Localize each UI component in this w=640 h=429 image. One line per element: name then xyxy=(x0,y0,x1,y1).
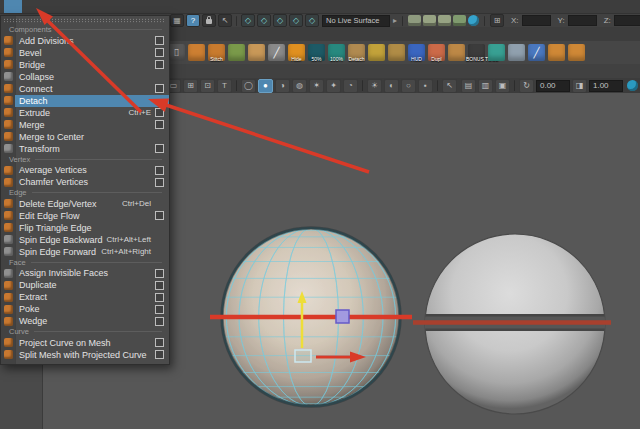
detach-shelf-icon[interactable]: Detach xyxy=(348,44,365,61)
saved-layout-icon[interactable]: ⊡ xyxy=(200,79,215,93)
snap-view-plane-icon[interactable]: ◇ xyxy=(289,14,303,27)
option-box[interactable] xyxy=(155,305,164,314)
option-box[interactable] xyxy=(155,84,164,93)
checker-icon[interactable] xyxy=(488,44,505,61)
cut-uv-icon[interactable]: ╱ xyxy=(268,44,285,61)
x-coord-field[interactable] xyxy=(522,15,551,26)
menu-item[interactable]: Detach xyxy=(1,95,169,107)
opacity-50-icon[interactable]: 50% xyxy=(308,44,325,61)
option-box[interactable] xyxy=(155,269,164,278)
menu-item[interactable]: Delete Edge/Vertex Ctrl+Del xyxy=(1,198,169,210)
scatter-planes-icon[interactable] xyxy=(508,44,525,61)
option-box[interactable] xyxy=(155,338,164,347)
snap-grid-icon[interactable]: ◇ xyxy=(241,14,255,27)
layout-uv-icon[interactable] xyxy=(248,44,265,61)
grease-pencil-icon[interactable]: ▤ xyxy=(461,79,476,93)
uv-border-icon[interactable]: ⌷ xyxy=(168,44,185,61)
menu-item[interactable]: Edge xyxy=(1,188,169,198)
color-management-icon[interactable] xyxy=(627,80,638,91)
option-box[interactable] xyxy=(155,178,164,187)
highlight-selection-icon[interactable]: ▦ xyxy=(170,14,184,27)
export-pages-icon[interactable] xyxy=(548,44,565,61)
menubar-item[interactable] xyxy=(166,0,184,13)
menubar-item[interactable] xyxy=(22,0,40,13)
shaded-mode-icon[interactable]: ● xyxy=(258,79,273,93)
menu-item[interactable]: Merge to Center xyxy=(1,131,169,143)
exposure-icon[interactable]: ↻ xyxy=(519,79,534,93)
render-settings-icon[interactable] xyxy=(453,15,466,26)
menu-item[interactable]: Vertex xyxy=(1,155,169,165)
material-mode-icon[interactable]: ◑ xyxy=(275,79,290,93)
menubar-item[interactable] xyxy=(40,0,58,13)
bake-texture-icon[interactable] xyxy=(228,44,245,61)
menu-item[interactable]: Flip Triangle Edge xyxy=(1,222,169,234)
menu-item[interactable]: Bridge xyxy=(1,59,169,71)
option-box[interactable] xyxy=(155,120,164,129)
default-lighting-icon[interactable]: ☀ xyxy=(367,79,382,93)
gamma-icon[interactable]: ◨ xyxy=(572,79,587,93)
menu-item[interactable]: Extract xyxy=(1,291,169,303)
ipr-render-icon[interactable] xyxy=(438,15,451,26)
option-box[interactable] xyxy=(155,144,164,153)
option-box[interactable] xyxy=(155,48,164,57)
option-box[interactable] xyxy=(155,317,164,326)
menu-item[interactable]: Project Curve on Mesh xyxy=(1,337,169,349)
panel-type-icon[interactable]: T xyxy=(217,79,232,93)
import-pages-icon[interactable] xyxy=(568,44,585,61)
menu-item[interactable]: Merge xyxy=(1,119,169,131)
menubar-item[interactable] xyxy=(94,0,112,13)
planes-gold-icon[interactable] xyxy=(368,44,385,61)
y-coord-field[interactable] xyxy=(568,15,597,26)
menubar-item[interactable] xyxy=(4,0,22,13)
viewport-tool-icon[interactable] xyxy=(362,80,363,91)
menu-item[interactable]: Extrude Ctrl+E xyxy=(1,107,169,119)
gamma-field[interactable]: 1.00 xyxy=(589,80,623,92)
menu-item[interactable]: Assign Invisible Faces xyxy=(1,267,169,279)
option-box[interactable] xyxy=(155,108,164,117)
menu-item[interactable]: Chamfer Vertices xyxy=(1,176,169,188)
option-box[interactable] xyxy=(155,350,164,359)
menubar-item[interactable] xyxy=(130,0,148,13)
bonus-tool-icon[interactable]: BONUS TOOL xyxy=(468,44,485,61)
no-lighting-icon[interactable]: ○ xyxy=(401,79,416,93)
unfold-uv-icon[interactable] xyxy=(188,44,205,61)
lock-icon[interactable] xyxy=(202,14,216,27)
menubar-item[interactable] xyxy=(76,0,94,13)
shadows-icon[interactable]: ◐ xyxy=(384,79,399,93)
select-cursor-icon[interactable]: ↖ xyxy=(218,14,232,27)
viewport-fx-icon[interactable]: ▪ xyxy=(418,79,433,93)
menubar-item[interactable] xyxy=(184,0,202,13)
tear-off-handle[interactable] xyxy=(3,18,165,23)
render-current-frame-icon[interactable] xyxy=(423,15,436,26)
menu-item[interactable]: Spin Edge Forward Ctrl+Alt+Right xyxy=(1,246,169,258)
render-view-icon[interactable] xyxy=(408,15,421,26)
live-surface-expand-icon[interactable]: ▸ xyxy=(393,16,397,25)
menu-item[interactable]: Transform xyxy=(1,143,169,155)
knife-blue-icon[interactable]: ╱ xyxy=(528,44,545,61)
option-box[interactable] xyxy=(155,36,164,45)
screen-space-ao-icon[interactable]: ◔ xyxy=(343,79,358,93)
viewport-tool-icon[interactable] xyxy=(236,80,237,91)
opacity-100-icon[interactable]: 100% xyxy=(328,44,345,61)
menu-item[interactable]: Components xyxy=(1,25,169,35)
menu-item[interactable]: Connect xyxy=(1,83,169,95)
status-icon[interactable] xyxy=(236,16,237,26)
menu-item[interactable]: Bevel xyxy=(1,47,169,59)
menubar-item[interactable] xyxy=(58,0,76,13)
use-all-lights-icon[interactable]: ✦ xyxy=(326,79,341,93)
textured-mode-icon[interactable]: ◍ xyxy=(292,79,307,93)
menu-item[interactable]: Split Mesh with Projected Curve xyxy=(1,349,169,361)
layout-selector-icon[interactable]: ⊞ xyxy=(490,14,504,27)
menu-item[interactable]: Face xyxy=(1,258,169,268)
quick-help-icon[interactable]: ? xyxy=(186,14,200,27)
menu-item[interactable]: Collapse xyxy=(1,71,169,83)
duplicate-shelf-icon[interactable]: Dupl xyxy=(428,44,445,61)
menu-item[interactable]: Duplicate xyxy=(1,279,169,291)
menu-item[interactable]: Spin Edge Backward Ctrl+Alt+Left xyxy=(1,234,169,246)
option-box[interactable] xyxy=(155,281,164,290)
viewport-tool-icon[interactable] xyxy=(437,80,438,91)
option-box[interactable] xyxy=(155,166,164,175)
layers-icon[interactable] xyxy=(448,44,465,61)
menu-item[interactable]: Average Vertices xyxy=(1,164,169,176)
wireframe-on-shaded-icon[interactable]: ✶ xyxy=(309,79,324,93)
